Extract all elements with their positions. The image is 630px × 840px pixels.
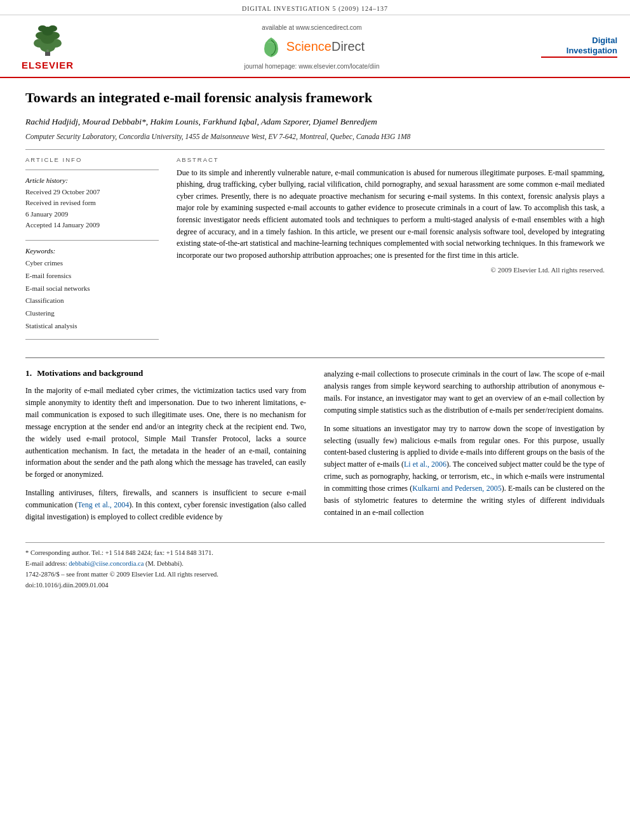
footnote-issn: 1742-2876/$ – see front matter © 2009 El… <box>25 570 605 580</box>
di-underline <box>541 57 617 58</box>
body-left-col: 1. Motivations and background In the maj… <box>25 368 306 530</box>
body-divider <box>25 357 605 358</box>
journal-homepage: journal homepage: www.elsevier.com/locat… <box>245 63 380 70</box>
divider-1 <box>25 149 605 150</box>
svg-point-10 <box>46 50 49 52</box>
center-logos: available at www.sciencedirect.com Scien… <box>83 24 541 70</box>
footnote-area: * Corresponding author. Tel.: +1 514 848… <box>25 542 605 590</box>
elsevier-tree-icon <box>22 23 73 58</box>
body-two-col: 1. Motivations and background In the maj… <box>25 368 605 530</box>
keywords-block: Keywords: Cyber crimes E-mail forensics … <box>25 247 159 333</box>
article-history-block: Article history: Received 29 October 200… <box>25 177 159 231</box>
available-text: available at www.sciencedirect.com <box>262 24 361 31</box>
section1-right-para1: analyzing e-mail collections to prosecut… <box>324 368 605 417</box>
digital-investigation-logo: Digital Investigation <box>541 36 617 58</box>
section1-num: 1. <box>25 368 32 378</box>
info-abstract-row: ARTICLE INFO Article history: Received 2… <box>25 156 605 346</box>
keyword-3: E-mail social networks <box>25 283 159 295</box>
keywords-label: Keywords: <box>25 247 159 255</box>
affiliation: Computer Security Laboratory, Concordia … <box>25 133 605 140</box>
accepted: Accepted 14 January 2009 <box>25 220 159 231</box>
footnote-email: E-mail address: debbabi@ciise.concordia.… <box>25 559 605 570</box>
article-content: Towards an integrated e-mail forensic an… <box>0 78 630 603</box>
ref-li2006[interactable]: Li et al., 2006 <box>404 460 446 469</box>
authors: Rachid Hadjidj, Mourad Debbabi*, Hakim L… <box>25 115 605 129</box>
footnote-email-link[interactable]: debbabi@ciise.concordia.ca <box>69 560 144 567</box>
section1-para1: In the majority of e-mail mediated cyber… <box>25 385 306 481</box>
abstract-paragraph: Due to its simple and inherently vulnera… <box>177 167 605 262</box>
divider-info-mid <box>25 240 159 241</box>
page: DIGITAL INVESTIGATION 5 (2009) 124–137 <box>0 0 630 840</box>
elsevier-label: ELSEVIER <box>22 60 74 70</box>
article-info-label: ARTICLE INFO <box>25 156 159 163</box>
svg-point-8 <box>38 25 47 32</box>
copyright: © 2009 Elsevier Ltd. All rights reserved… <box>177 266 605 274</box>
footnote-corresponding: * Corresponding author. Tel.: +1 514 848… <box>25 548 605 559</box>
di-title: Digital Investigation <box>541 36 617 55</box>
keyword-6: Statistical analysis <box>25 320 159 333</box>
journal-header-text: DIGITAL INVESTIGATION 5 (2009) 124–137 <box>242 5 388 12</box>
abstract-label: ABSTRACT <box>177 156 605 163</box>
logo-bar: ELSEVIER available at www.sciencedirect.… <box>0 15 630 78</box>
authors-text: Rachid Hadjidj, Mourad Debbabi*, Hakim L… <box>25 117 377 126</box>
section1-title: Motivations and background <box>37 368 143 378</box>
body-right-col: analyzing e-mail collections to prosecut… <box>324 368 605 530</box>
section1-right-para2: In some situations an investigator may t… <box>324 423 605 519</box>
section1-para2: Installing antiviruses, filters, firewal… <box>25 487 306 523</box>
keyword-5: Clustering <box>25 307 159 320</box>
sciencedirect-logo: ScienceDirect <box>259 35 365 59</box>
divider-info-bot <box>25 339 159 340</box>
keyword-1: Cyber crimes <box>25 257 159 270</box>
ref-teng2004[interactable]: Teng et al., 2004 <box>77 500 129 509</box>
section1-heading: 1. Motivations and background <box>25 368 306 378</box>
abstract-text: Due to its simple and inherently vulnera… <box>177 167 605 262</box>
received2-date: 6 January 2009 <box>25 209 159 220</box>
svg-point-9 <box>48 25 57 32</box>
ref-kulkarni2005[interactable]: Kulkarni and Pedersen, 2005 <box>412 484 501 493</box>
divider-info-top <box>25 170 159 170</box>
keyword-2: E-mail forensics <box>25 270 159 283</box>
footnote-doi: doi:10.1016/j.diin.2009.01.004 <box>25 580 605 591</box>
keyword-4: Classification <box>25 295 159 307</box>
elsevier-logo: ELSEVIER <box>13 23 83 70</box>
footnote-email-name: (M. Debbabi). <box>145 560 184 567</box>
history-label: Article history: <box>25 177 159 184</box>
abstract-col: ABSTRACT Due to its simple and inherentl… <box>177 156 605 346</box>
received1: Received 29 October 2007 <box>25 187 159 198</box>
sciencedirect-icon <box>259 35 283 59</box>
article-title: Towards an integrated e-mail forensic an… <box>25 90 605 106</box>
article-info-col: ARTICLE INFO Article history: Received 2… <box>25 156 159 346</box>
keywords-list: Cyber crimes E-mail forensics E-mail soc… <box>25 257 159 333</box>
journal-header: DIGITAL INVESTIGATION 5 (2009) 124–137 <box>0 0 630 15</box>
received2: Received in revised form <box>25 197 159 209</box>
